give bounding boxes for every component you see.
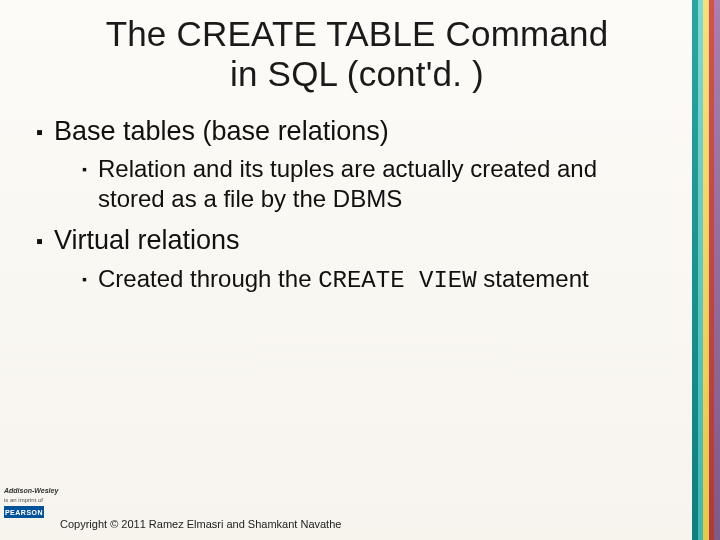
slide-footer: Addison-Wesley is an imprint of PEARSON … xyxy=(0,500,720,534)
copyright-text: Copyright © 2011 Ramez Elmasri and Shamk… xyxy=(60,518,341,530)
bullet-level2: ▪ Created through the CREATE VIEW statem… xyxy=(82,264,684,296)
imprint-tagline: is an imprint of xyxy=(4,497,62,503)
decorative-stripe xyxy=(692,0,720,540)
publisher-logo: Addison-Wesley is an imprint of PEARSON xyxy=(4,487,62,518)
bullet-level2: ▪ Relation and its tuples are actually c… xyxy=(82,154,684,214)
bullet-text: Virtual relations xyxy=(54,224,240,258)
code-fragment: CREATE VIEW xyxy=(318,267,476,294)
square-bullet-icon: ▪ xyxy=(82,264,98,296)
square-bullet-icon: ▪ xyxy=(82,154,98,214)
slide-title: The CREATE TABLE Command in SQL (cont'd.… xyxy=(0,0,720,103)
square-bullet-icon: ▪ xyxy=(36,115,54,149)
title-line-1: The CREATE TABLE Command xyxy=(106,14,609,53)
imprint-name: Addison-Wesley xyxy=(4,487,62,494)
bullet-level1: ▪ Base tables (base relations) xyxy=(36,115,684,149)
title-line-2: in SQL (cont'd. ) xyxy=(230,54,484,93)
pearson-logo: PEARSON xyxy=(4,506,44,518)
slide: The CREATE TABLE Command in SQL (cont'd.… xyxy=(0,0,720,540)
stripe xyxy=(714,0,720,540)
slide-body: ▪ Base tables (base relations) ▪ Relatio… xyxy=(0,103,720,297)
text-fragment: Created through the xyxy=(98,265,318,292)
bullet-text: Base tables (base relations) xyxy=(54,115,389,149)
text-fragment: statement xyxy=(477,265,589,292)
square-bullet-icon: ▪ xyxy=(36,224,54,258)
bullet-level1: ▪ Virtual relations xyxy=(36,224,684,258)
bullet-text: Relation and its tuples are actually cre… xyxy=(98,154,684,214)
bullet-text: Created through the CREATE VIEW statemen… xyxy=(98,264,609,296)
